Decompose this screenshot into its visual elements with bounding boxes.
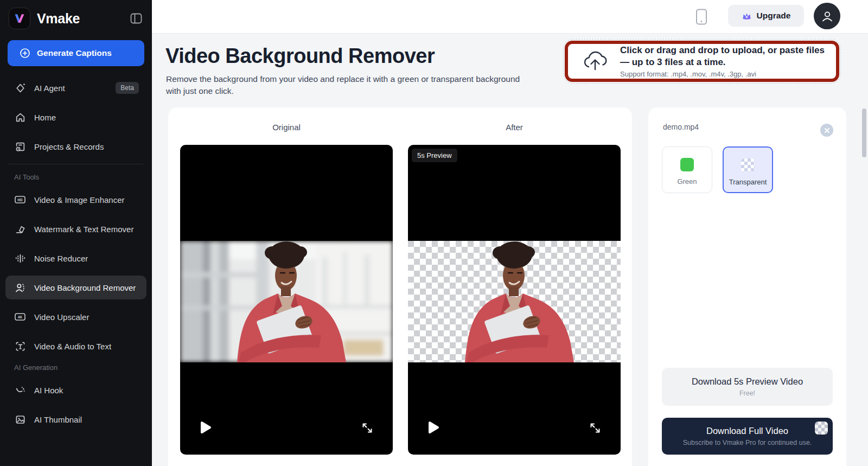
vertical-scrollbar[interactable] [862, 108, 866, 157]
eraser-icon [14, 223, 26, 235]
sidebar-item-ai-hook[interactable]: AI Hook [5, 378, 146, 402]
after-label: After [408, 123, 621, 132]
page-subtitle: Remove the background from your video an… [166, 73, 524, 98]
original-label: Original [180, 123, 393, 132]
sidebar-item-home[interactable]: Home [5, 105, 146, 129]
mobile-phone-icon[interactable] [695, 9, 707, 25]
upload-dropzone[interactable]: Click or drag and drop to upload, or pas… [565, 41, 839, 82]
sidebar-header: Vmake [0, 0, 152, 30]
upload-text-block: Click or drag and drop to upload, or pas… [620, 44, 827, 79]
download-full-button[interactable]: Download Full Video Subscribe to Vmake P… [662, 418, 833, 455]
fullscreen-expand-icon[interactable] [589, 422, 601, 434]
cloud-upload-icon [582, 50, 608, 73]
original-video-frame [180, 241, 393, 362]
account-avatar[interactable] [814, 3, 840, 29]
person-cutout-icon [14, 282, 26, 293]
remove-file-button[interactable] [820, 124, 833, 137]
upgrade-label: Upgrade [757, 11, 791, 21]
sidebar-item-ai-thumbnail[interactable]: AI Thumbnail [5, 407, 146, 431]
background-option-transparent[interactable]: Transparent [723, 146, 773, 193]
beta-badge: Beta [116, 82, 139, 94]
download-preview-button[interactable]: Download 5s Preview Video Free! [662, 368, 833, 406]
hd-icon: HD [14, 194, 26, 206]
option-label: Green [677, 177, 697, 186]
sidebar-collapse-icon[interactable] [130, 13, 142, 24]
play-icon[interactable] [200, 421, 212, 434]
generate-captions-button[interactable]: Generate Captions [8, 40, 144, 66]
sidebar-item-label: AI Agent [34, 84, 65, 93]
after-video-frame [408, 241, 621, 362]
green-swatch-icon [680, 158, 694, 171]
close-icon [824, 127, 830, 133]
sidebar-item-label: Video & Audio to Text [34, 342, 111, 351]
sidebar-item-ai-agent[interactable]: AI Agent Beta [5, 76, 146, 100]
top-bar: Upgrade [152, 0, 868, 34]
download-preview-label: Download 5s Preview Video [692, 376, 803, 387]
upload-dropzone-outline: Click or drag and drop to upload, or pas… [563, 39, 841, 84]
app-title: Vmake [37, 11, 124, 27]
file-name: demo.mp4 [663, 123, 699, 131]
play-icon[interactable] [427, 421, 439, 434]
sidebar-item-label: Video Background Remover [34, 283, 136, 292]
sidebar-item-label: Home [34, 113, 56, 122]
sidebar-item-label: Video Upscaler [34, 312, 89, 322]
sidebar-item-video-image-enhancer[interactable]: HD Video & Image Enhancer [5, 188, 146, 212]
ai-hook-icon [14, 384, 26, 396]
settings-panel: demo.mp4 Green Transparent Download 5s P… [648, 107, 846, 466]
sidebar-item-watermark-text-remover[interactable]: Watermark & Text Remover [5, 217, 146, 241]
original-video-player[interactable] [180, 145, 393, 455]
sidebar-item-label: Noise Reducer [34, 254, 88, 263]
option-label: Transparent [729, 178, 767, 186]
sidebar-item-video-upscaler[interactable]: 4K Video Upscaler [5, 305, 146, 329]
after-video-player[interactable]: 5s Preview [408, 145, 621, 455]
generate-captions-label: Generate Captions [37, 48, 112, 58]
download-preview-sub: Free! [739, 390, 755, 397]
sidebar-item-label: AI Hook [34, 386, 63, 395]
sidebar-item-video-audio-to-text[interactable]: Video & Audio to Text [5, 334, 146, 358]
upload-formats: Support format: .mp4, .mov, .m4v, .3gp, … [620, 70, 827, 78]
sidebar-item-video-background-remover[interactable]: Video Background Remover [5, 276, 146, 299]
sidebar-item-noise-reducer[interactable]: Noise Reducer [5, 246, 146, 270]
app-window: Vmake Generate Captions AI Agent Beta Ho… [0, 0, 868, 466]
background-option-green[interactable]: Green [662, 146, 712, 193]
section-label-ai-tools: AI Tools [0, 173, 152, 181]
section-label-ai-generation: AI Generation [0, 363, 152, 372]
page-title: Video Background Remover [165, 44, 435, 68]
plus-circle-icon [20, 48, 30, 59]
crown-icon [742, 11, 752, 21]
upgrade-button[interactable]: Upgrade [728, 5, 804, 27]
sidebar-nav: AI Agent Beta Home Projects & Records AI… [0, 76, 152, 431]
svg-text:4K: 4K [18, 315, 23, 319]
ai-agent-icon [14, 82, 26, 94]
home-icon [14, 111, 26, 123]
sidebar-divider [9, 164, 143, 164]
preview-duration-badge: 5s Preview [412, 149, 457, 162]
sidebar-item-label: Watermark & Text Remover [34, 225, 133, 234]
thumbnail-image-icon [14, 413, 26, 425]
transparent-swatch-icon [741, 158, 755, 172]
noise-reducer-icon [14, 252, 26, 264]
4k-icon: 4K [14, 311, 26, 323]
projects-records-icon [14, 141, 26, 152]
sidebar: Vmake Generate Captions AI Agent Beta Ho… [0, 0, 152, 466]
upload-instruction: Click or drag and drop to upload, or pas… [620, 44, 827, 69]
transparent-badge-icon [815, 422, 828, 435]
sidebar-item-projects-records[interactable]: Projects & Records [5, 135, 146, 158]
sidebar-item-label: AI Thumbnail [34, 415, 82, 424]
svg-text:HD: HD [17, 198, 23, 202]
download-full-label: Download Full Video [706, 426, 788, 436]
vmake-logo-icon [9, 8, 30, 29]
user-icon [820, 9, 834, 23]
preview-card: Original After 5s Preview [168, 107, 632, 466]
fullscreen-expand-icon[interactable] [361, 422, 373, 434]
sidebar-item-label: Projects & Records [34, 142, 104, 151]
text-brackets-icon [14, 340, 26, 352]
download-full-sub: Subscribe to Vmake Pro for continued use… [683, 439, 812, 446]
sidebar-item-label: Video & Image Enhancer [34, 195, 125, 205]
